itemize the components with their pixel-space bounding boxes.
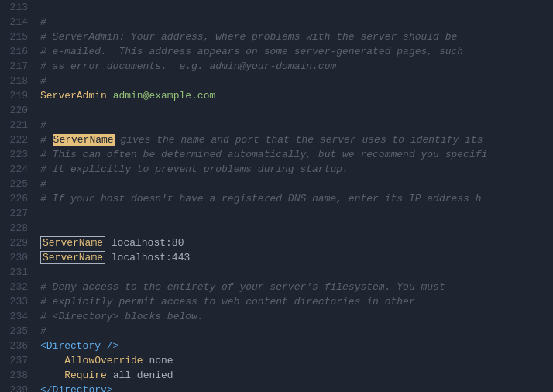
line-content	[40, 103, 46, 118]
line-number: 222	[9, 132, 40, 147]
table-row: 224# it explicitly to prevent problems d…	[9, 162, 553, 177]
comment-text: # ServerAdmin: Your address, where probl…	[40, 31, 457, 43]
comment-text-after: gives the name and port that the server …	[115, 134, 483, 146]
line-number: 219	[9, 88, 40, 103]
line-number: 217	[9, 59, 40, 74]
table-row: 217# as error documents. e.g. admin@your…	[9, 59, 553, 74]
directive-value: localhost:443	[105, 252, 190, 263]
comment-text: #	[40, 178, 46, 190]
table-row: 214#	[9, 15, 553, 29]
directive-name-boxed: ServerName	[40, 251, 105, 264]
directive-value: none	[143, 355, 173, 366]
line-number: 229	[9, 236, 40, 250]
comment-text: # Deny access to the entirety of your se…	[40, 281, 445, 293]
comment-text: # it explicitly to prevent problems duri…	[40, 163, 349, 175]
comment-text: #	[40, 134, 53, 146]
directive-name-boxed: ServerName	[40, 236, 105, 249]
tag-close-text: </Directory>	[40, 384, 113, 392]
line-content	[40, 206, 46, 221]
comment-text: # This can often be determined automatic…	[40, 149, 487, 160]
line-content: #	[40, 74, 46, 88]
table-row: 218#	[9, 74, 553, 88]
comment-text: # explicitly permit access to web conten…	[40, 296, 415, 308]
directive-name: AllowOverride	[64, 355, 143, 366]
line-content: #	[40, 177, 46, 191]
table-row: 226# If your host doesn't have a registe…	[9, 191, 553, 206]
table-row: 238 Require all denied	[9, 368, 553, 383]
code-editor: 213 214#215# ServerAdmin: Your address, …	[0, 0, 553, 392]
table-row: 235#	[9, 324, 553, 339]
line-number: 231	[9, 265, 40, 280]
line-content: # ServerAdmin: Your address, where probl…	[40, 29, 457, 44]
line-content: # e-mailed. This address appears on some…	[40, 44, 463, 59]
line-number: 234	[9, 309, 40, 324]
comment-text: #	[40, 75, 46, 87]
table-row: 232# Deny access to the entirety of your…	[9, 280, 553, 294]
line-number: 214	[9, 15, 40, 29]
line-number: 215	[9, 29, 40, 44]
line-content: ServerName localhost:443	[40, 250, 190, 265]
table-row: 213	[9, 0, 553, 15]
line-content: ServerName localhost:80	[40, 236, 184, 250]
line-number: 213	[9, 0, 40, 15]
line-content: # as error documents. e.g. admin@your-do…	[40, 59, 336, 74]
line-number: 225	[9, 177, 40, 191]
table-row: 230ServerName localhost:443	[9, 250, 553, 265]
indent	[40, 370, 64, 381]
line-number: 220	[9, 103, 40, 118]
table-row: 222# ServerName gives the name and port …	[9, 132, 553, 147]
table-row: 220	[9, 103, 553, 118]
table-row: 225#	[9, 177, 553, 191]
line-number: 230	[9, 250, 40, 265]
table-row: 221#	[9, 118, 553, 132]
table-row: 216# e-mailed. This address appears on s…	[9, 44, 553, 59]
line-number: 236	[9, 339, 40, 353]
tag-text: <Directory />	[40, 340, 118, 352]
directive-value: localhost:80	[105, 237, 184, 249]
line-content: </Directory>	[40, 383, 113, 392]
line-number: 232	[9, 280, 40, 294]
highlighted-keyword: ServerName	[53, 134, 115, 146]
line-content: ServerAdmin admin@example.com	[40, 88, 215, 103]
comment-text: #	[40, 119, 46, 131]
line-content: Require all denied	[40, 368, 173, 383]
line-number: 226	[9, 191, 40, 206]
line-content: #	[40, 118, 46, 132]
line-content: # explicitly permit access to web conten…	[40, 294, 415, 309]
indent	[40, 355, 64, 366]
line-content: # Deny access to the entirety of your se…	[40, 280, 445, 294]
comment-text: # e-mailed. This address appears on some…	[40, 46, 463, 57]
line-content: #	[40, 15, 46, 29]
line-number: 216	[9, 44, 40, 59]
directive-value: all denied	[107, 370, 173, 381]
table-row: 227	[9, 206, 553, 221]
line-content: # This can often be determined automatic…	[40, 147, 487, 162]
comment-text: # If your host doesn't have a registered…	[40, 193, 482, 205]
line-content: AllowOverride none	[40, 353, 173, 368]
table-row: 223# This can often be determined automa…	[9, 147, 553, 162]
table-row: 229ServerName localhost:80	[9, 236, 553, 250]
directive-name: ServerAdmin	[40, 90, 107, 101]
table-row: 239</Directory>	[9, 383, 553, 392]
line-content	[40, 265, 46, 280]
line-content: # it explicitly to prevent problems duri…	[40, 162, 349, 177]
table-row: 215# ServerAdmin: Your address, where pr…	[9, 29, 553, 44]
line-number: 228	[9, 221, 40, 236]
line-content: # If your host doesn't have a registered…	[40, 191, 482, 206]
table-row: 237 AllowOverride none	[9, 353, 553, 368]
comment-text: # <Directory> blocks below.	[40, 311, 204, 322]
line-number: 221	[9, 118, 40, 132]
line-content: # <Directory> blocks below.	[40, 309, 204, 324]
line-number: 238	[9, 368, 40, 383]
line-number: 237	[9, 353, 40, 368]
line-number: 223	[9, 147, 40, 162]
line-number: 235	[9, 324, 40, 339]
directive-value: admin@example.com	[107, 90, 215, 101]
directive-name: Require	[64, 370, 107, 381]
table-row: 219ServerAdmin admin@example.com	[9, 88, 553, 103]
comment-text: #	[40, 325, 46, 337]
line-number: 233	[9, 294, 40, 309]
table-row: 236<Directory />	[9, 339, 553, 353]
table-row: 234# <Directory> blocks below.	[9, 309, 553, 324]
line-number: 239	[9, 383, 40, 392]
